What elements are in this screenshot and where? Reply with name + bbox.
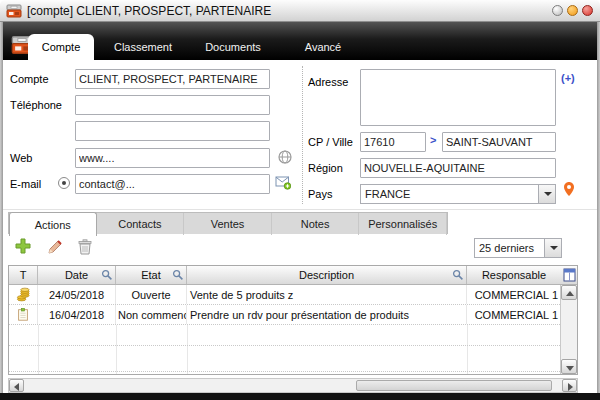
table-header: T Date Etat Description Responsable [9, 266, 577, 285]
telephone-label: Téléphone [10, 99, 62, 111]
grid-line [116, 325, 117, 374]
tab-actions-label: Actions [35, 219, 71, 231]
scroll-left-button[interactable] [9, 379, 24, 392]
grid-line [467, 325, 468, 374]
window-frame-bottom [0, 393, 600, 400]
web-label: Web [10, 152, 32, 164]
search-icon[interactable] [452, 269, 464, 281]
email-radio[interactable] [58, 177, 70, 189]
vertical-scrollbar[interactable] [560, 285, 577, 374]
tab-personnalises[interactable]: Personnalisés [359, 213, 447, 235]
compte-panel: Compte Téléphone Web E-mail Adresse (+) … [3, 60, 597, 393]
region-label: Région [308, 162, 343, 174]
tab-classement[interactable]: Classement [98, 34, 188, 60]
column-header-type-label: T [20, 269, 27, 281]
email-add-icon[interactable] [275, 174, 291, 190]
column-header-date-label: Date [65, 269, 88, 281]
row-type-cell [9, 305, 38, 324]
actions-table: T Date Etat Description Responsable [8, 265, 578, 375]
grid-line [187, 325, 188, 374]
row-etat-cell: Ouverte [116, 285, 187, 304]
tab-notes[interactable]: Notes [272, 213, 360, 235]
pays-label: Pays [308, 188, 332, 200]
main-tabbar: Compte Classement Documents Avancé [0, 22, 600, 60]
filter-select-arrow[interactable] [544, 239, 561, 257]
columns-icon[interactable] [561, 266, 577, 284]
tab-avance[interactable]: Avancé [278, 34, 368, 60]
cp-input[interactable] [360, 132, 426, 152]
row-responsable-cell: COMMERCIAL 1 [467, 305, 562, 324]
tab-compte[interactable]: Compte [28, 34, 94, 60]
row-description-cell: Vente de 5 produits z [187, 285, 467, 304]
tab-compte-label: Compte [42, 41, 81, 53]
column-header-etat[interactable]: Etat [116, 266, 187, 284]
scroll-down-button[interactable] [561, 359, 577, 374]
adresse-label: Adresse [308, 76, 348, 88]
tab-classement-label: Classement [114, 41, 172, 53]
table-row[interactable]: 16/04/2018 Non commencée Prendre un rdv … [9, 305, 562, 325]
search-icon[interactable] [101, 269, 113, 281]
email-label: E-mail [10, 178, 41, 190]
column-header-responsable[interactable]: Responsable [467, 266, 561, 284]
grid-line [9, 371, 562, 372]
pays-select[interactable]: FRANCE [360, 184, 556, 204]
filter-select[interactable]: 25 derniers [474, 238, 562, 258]
column-header-type[interactable]: T [9, 266, 38, 284]
clipboard-note-icon [16, 307, 30, 322]
telephone-input[interactable] [75, 95, 270, 115]
maximize-button[interactable] [567, 5, 578, 16]
grid-line [9, 345, 562, 346]
telephone2-input[interactable] [75, 121, 270, 141]
globe-icon[interactable] [277, 149, 293, 165]
minimize-button[interactable] [552, 5, 563, 16]
adresse-textarea[interactable] [360, 69, 556, 126]
cp-ville-label: CP / Ville [308, 136, 353, 148]
edit-icon[interactable] [46, 238, 64, 256]
tab-documents[interactable]: Documents [188, 34, 278, 60]
column-header-responsable-label: Responsable [482, 269, 546, 281]
window-title: [compte] CLIENT, PROSPECT, PARTENAIRE [27, 4, 271, 18]
scroll-up-button[interactable] [561, 285, 577, 300]
tab-avance-label: Avancé [305, 41, 342, 53]
sub-tabbar: Actions Contacts Ventes Notes Personnali… [8, 212, 448, 234]
gold-coins-icon [16, 287, 31, 302]
email-input[interactable] [75, 174, 270, 194]
compte-label: Compte [10, 73, 49, 85]
row-type-cell [9, 285, 38, 304]
app-icon [6, 3, 22, 19]
map-pin-icon[interactable] [561, 181, 577, 197]
form-column-divider [302, 66, 303, 204]
tab-contacts[interactable]: Contacts [97, 213, 185, 235]
ville-input[interactable] [442, 132, 556, 152]
titlebar: [compte] CLIENT, PROSPECT, PARTENAIRE [0, 0, 600, 22]
tab-ventes[interactable]: Ventes [184, 213, 272, 235]
scroll-right-button[interactable] [562, 379, 577, 392]
add-address-link[interactable]: (+) [561, 72, 575, 84]
table-row[interactable]: 24/05/2018 Ouverte Vente de 5 produits z… [9, 285, 562, 305]
column-header-date[interactable]: Date [38, 266, 116, 284]
tab-actions[interactable]: Actions [9, 212, 97, 236]
column-header-description[interactable]: Description [187, 266, 467, 284]
section-divider [3, 209, 597, 210]
delete-icon[interactable] [76, 238, 94, 256]
scrollbar-thumb[interactable] [356, 380, 552, 391]
tab-documents-label: Documents [205, 41, 261, 53]
pays-select-arrow[interactable] [538, 185, 555, 203]
region-input[interactable] [360, 158, 556, 178]
column-header-description-label: Description [299, 269, 354, 281]
tab-contacts-label: Contacts [118, 218, 161, 230]
compte-input[interactable] [75, 69, 270, 89]
add-icon[interactable] [14, 237, 32, 255]
close-button[interactable] [582, 5, 593, 16]
pays-select-value: FRANCE [365, 188, 410, 200]
cp-to-ville-link[interactable]: > [430, 134, 436, 146]
web-input[interactable] [75, 148, 270, 168]
tab-personnalises-label: Personnalisés [368, 218, 437, 230]
tab-notes-label: Notes [301, 218, 330, 230]
search-icon[interactable] [172, 269, 184, 281]
row-date-cell: 24/05/2018 [38, 285, 116, 304]
column-header-etat-label: Etat [141, 269, 161, 281]
row-responsable-cell: COMMERCIAL 1 [467, 285, 562, 304]
horizontal-scrollbar[interactable] [8, 378, 578, 393]
row-description-cell: Prendre un rdv pour présentation de prod… [187, 305, 467, 324]
